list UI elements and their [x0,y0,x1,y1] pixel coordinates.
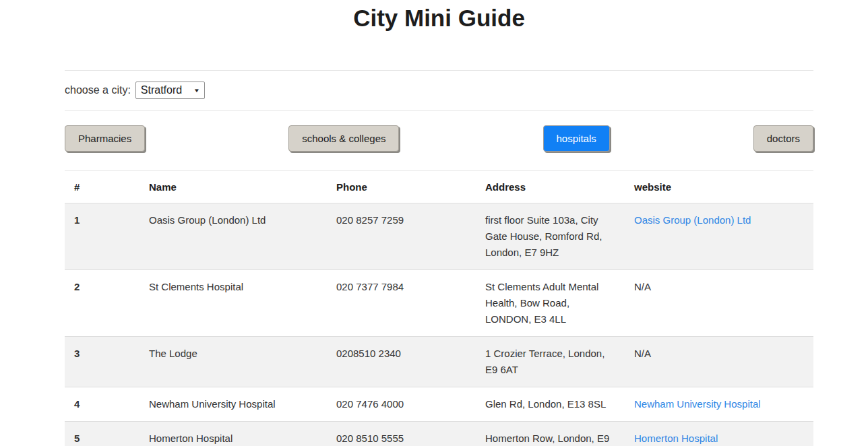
website-cell: Newham University Hospital [625,387,813,422]
row-number-cell: 4 [65,387,140,422]
doctors-button[interactable]: doctors [753,125,813,152]
address-cell: first floor Suite 103a, City Gate House,… [476,203,625,270]
results-table: # Name Phone Address website 1 Oasis Gro… [65,170,813,446]
city-picker-row: choose a city: Stratford ▼ [65,71,813,110]
website-cell: N/A [625,337,813,387]
city-select-wrap: Stratford ▼ [135,82,205,99]
name-cell: Newham University Hospital [140,387,327,422]
table-row: 4 Newham University Hospital 020 7476 40… [65,387,813,422]
website-cell: N/A [625,270,813,337]
column-header-phone: Phone [327,171,476,203]
address-cell: Homerton Row, London, E9 6SR [476,422,625,446]
website-link[interactable]: Oasis Group (London) Ltd [634,214,751,226]
address-cell: 1 Crozier Terrace, London, E9 6AT [476,337,625,387]
address-cell: St Clements Adult Mental Health, Bow Roa… [476,270,625,337]
website-cell: Oasis Group (London) Ltd [625,203,813,270]
name-cell: The Lodge [140,337,327,387]
column-header-address: Address [476,171,625,203]
page-title: City Mini Guide [65,0,813,34]
column-header-number: # [65,171,140,203]
table-row: 2 St Clements Hospital 020 7377 7984 St … [65,270,813,337]
pharmacies-button[interactable]: Pharmacies [65,125,145,152]
phone-cell: 0208510 2340 [327,337,476,387]
phone-cell: 020 7377 7984 [327,270,476,337]
row-number-cell: 1 [65,203,140,270]
row-number-cell: 5 [65,422,140,446]
table-row: 5 Homerton Hospital 020 8510 5555 Homert… [65,422,813,446]
table-row: 3 The Lodge 0208510 2340 1 Crozier Terra… [65,337,813,387]
name-cell: Oasis Group (London) Ltd [140,203,327,270]
row-number-cell: 2 [65,270,140,337]
city-select[interactable]: Stratford [135,82,205,99]
city-select-label: choose a city: [65,84,131,96]
phone-cell: 020 8510 5555 [327,422,476,446]
column-header-name: Name [140,171,327,203]
row-number-cell: 3 [65,337,140,387]
website-link[interactable]: Newham University Hospital [634,398,761,410]
website-link[interactable]: Homerton Hospital [634,433,718,444]
name-cell: Homerton Hospital [140,422,327,446]
page-container: City Mini Guide choose a city: Stratford… [65,0,813,446]
category-button-row: Pharmacies schools & colleges hospitals … [65,111,813,152]
column-header-website: website [625,171,813,203]
address-cell: Glen Rd, London, E13 8SL [476,387,625,422]
website-cell: Homerton Hospital [625,422,813,446]
name-cell: St Clements Hospital [140,270,327,337]
phone-cell: 020 8257 7259 [327,203,476,270]
table-row: 1 Oasis Group (London) Ltd 020 8257 7259… [65,203,813,270]
schools-colleges-button[interactable]: schools & colleges [288,125,399,152]
table-header-row: # Name Phone Address website [65,171,813,203]
phone-cell: 020 7476 4000 [327,387,476,422]
hospitals-button[interactable]: hospitals [543,125,610,152]
